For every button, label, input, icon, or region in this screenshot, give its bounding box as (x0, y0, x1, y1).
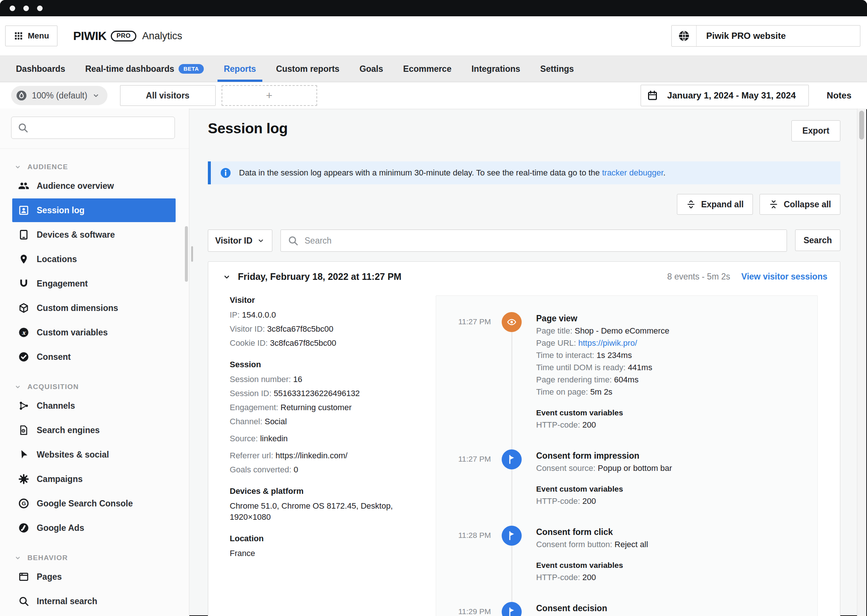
tracker-debugger-link[interactable]: tracker debugger (602, 168, 663, 177)
main-scrollbar[interactable] (857, 108, 866, 616)
event-body: Consent decision Consent to analytics: Y… (533, 602, 806, 616)
tablet-icon (18, 229, 29, 240)
sidebar-search-box[interactable] (11, 116, 175, 139)
page-url-link[interactable]: https://piwik.pro/ (579, 338, 637, 347)
detail-group-session: Session Session number: 16 Session ID: 5… (230, 360, 415, 475)
event-page-view: 11:27 PM Page view Page title: Shop - De… (436, 312, 806, 431)
sidebar-item-label: Engagement (37, 279, 88, 289)
sidebar-item-pages[interactable]: Pages (12, 565, 176, 589)
window-minimize-button[interactable] (23, 6, 29, 11)
event-time: 11:27 PM (436, 449, 491, 507)
check-circle-icon (18, 351, 29, 362)
detail-row: IP: 154.0.0.0 (230, 310, 415, 321)
sidebar-item-devices-software[interactable]: Devices & software (12, 223, 176, 247)
burst-icon (18, 473, 29, 485)
sidebar-section-audience[interactable]: AUDIENCE (14, 163, 189, 171)
detail-heading: Location (230, 534, 415, 544)
export-button[interactable]: Export (791, 120, 840, 141)
sidebar-item-internal-search[interactable]: Internal search (12, 589, 176, 613)
expand-collapse-row: Expand all Collapse all (208, 194, 840, 215)
info-icon (220, 167, 232, 179)
event-time: 11:28 PM (436, 526, 491, 583)
collapse-all-label: Collapse all (783, 200, 831, 209)
tab-ecommerce[interactable]: Ecommerce (393, 56, 461, 82)
sidebar-item-engagement[interactable]: Engagement (12, 272, 176, 295)
sidebar-item-session-log[interactable]: Session log (12, 198, 176, 222)
event-row: Consent form button: Reject all (536, 538, 806, 550)
add-segment-button[interactable]: + (222, 85, 317, 106)
sidebar-item-consent[interactable]: Consent (12, 345, 176, 369)
detail-row: Chrome 51.0, Chrome OS 8172.45, Desktop,… (230, 501, 415, 523)
tab-reports[interactable]: Reports (214, 56, 266, 82)
content-area: AUDIENCE Audience overview Session log D… (0, 108, 867, 616)
window-maximize-button[interactable] (37, 6, 43, 11)
tab-label: Integrations (471, 64, 520, 74)
sidebar-item-websites-social[interactable]: Websites & social (12, 443, 176, 467)
sidebar-item-google-ads[interactable]: Google Ads (12, 516, 176, 540)
visitor-details-panel: Visitor IP: 154.0.0.0 Visitor ID: 3c8fca… (230, 295, 415, 616)
flag-icon (506, 530, 517, 541)
sidebar-item-label: Custom variables (37, 328, 108, 338)
sidebar-item-custom-dimensions[interactable]: Custom dimensions (12, 296, 176, 320)
tab-label: Settings (540, 64, 574, 74)
view-visitor-sessions-link[interactable]: View visitor sessions (741, 272, 828, 282)
search-filter-dropdown[interactable]: Visitor ID (208, 229, 272, 252)
sidebar-item-label: Search engines (37, 425, 100, 435)
eye-icon (506, 316, 517, 328)
banner-text-after: . (663, 168, 665, 177)
chevron-down-icon[interactable] (222, 272, 231, 281)
website-selector[interactable]: Piwik PRO website (672, 25, 860, 47)
traffic-sample-dropdown[interactable]: 100% (default) (11, 86, 107, 105)
app-header: Menu PIWIK PRO Analytics Piwik PRO websi… (0, 16, 867, 55)
sidebar-scrollbar-thumb[interactable] (185, 226, 188, 282)
expand-all-button[interactable]: Expand all (677, 194, 753, 215)
sidebar-search-input[interactable] (33, 123, 169, 133)
consent-event-marker (502, 449, 522, 470)
sidebar-item-label: Google Ads (37, 523, 84, 533)
event-row: HTTP-code: 200 (536, 419, 806, 431)
event-row: Time to interact: 1s 234ms (536, 349, 806, 361)
sidebar-section-behavior[interactable]: BEHAVIOR (14, 554, 189, 562)
search-filter-label: Visitor ID (215, 236, 253, 246)
menu-button[interactable]: Menu (5, 25, 57, 46)
main-scrollbar-thumb[interactable] (859, 111, 864, 140)
chevron-down-icon (14, 163, 22, 171)
event-consent-form-impression: 11:27 PM Consent form impression Consent… (436, 449, 806, 507)
tab-real-time-dashboards[interactable]: Real-time dashboardsBETA (75, 56, 214, 82)
sidebar-item-search-engines[interactable]: Search engines (12, 418, 176, 442)
consent-event-marker (502, 526, 522, 546)
search-button[interactable]: Search (795, 229, 840, 251)
beta-badge: BETA (178, 64, 204, 74)
tab-dashboards[interactable]: Dashboards (6, 56, 75, 82)
sidebar-item-google-search-console[interactable]: Google Search Console (12, 492, 176, 515)
session-card-header[interactable]: Friday, February 18, 2022 at 11:27 PM 8 … (208, 262, 840, 285)
notes-button[interactable]: Notes (824, 90, 854, 101)
sidebar-section-acquisition[interactable]: ACQUISITION (14, 383, 189, 391)
detail-row: Session ID: 5516331236226496132 (230, 388, 415, 399)
detail-row: Session number: 16 (230, 374, 415, 385)
event-custom-variables-heading: Event custom variables (536, 483, 806, 495)
info-banner: Data in the session log appears with a m… (208, 162, 840, 184)
sidebar-item-custom-variables[interactable]: Custom variables (12, 321, 176, 344)
collapse-all-button[interactable]: Collapse all (760, 194, 840, 215)
sidebar-item-campaigns[interactable]: Campaigns (12, 467, 176, 491)
google-ads-icon (18, 522, 29, 533)
tab-custom-reports[interactable]: Custom reports (266, 56, 349, 82)
app-window: Menu PIWIK PRO Analytics Piwik PRO websi… (0, 0, 867, 616)
expand-icon (686, 200, 696, 209)
tab-goals[interactable]: Goals (349, 56, 393, 82)
tab-integrations[interactable]: Integrations (461, 56, 530, 82)
segment-all-visitors-button[interactable]: All visitors (120, 85, 216, 106)
window-close-button[interactable] (9, 6, 15, 11)
section-title: BEHAVIOR (27, 554, 68, 562)
session-search-input[interactable] (304, 236, 780, 246)
sidebar-item-audience-overview[interactable]: Audience overview (12, 174, 176, 198)
sidebar-item-channels[interactable]: Channels (12, 394, 176, 418)
sidebar-item-locations[interactable]: Locations (12, 247, 176, 271)
date-range-picker[interactable]: January 1, 2024 - May 31, 2024 (641, 85, 809, 106)
people-icon (18, 180, 29, 192)
detail-group-devices-platform: Devices & platform Chrome 51.0, Chrome O… (230, 486, 415, 523)
tab-settings[interactable]: Settings (530, 56, 584, 82)
droplet-icon (16, 90, 27, 101)
reports-sidebar: AUDIENCE Audience overview Session log D… (0, 108, 189, 616)
